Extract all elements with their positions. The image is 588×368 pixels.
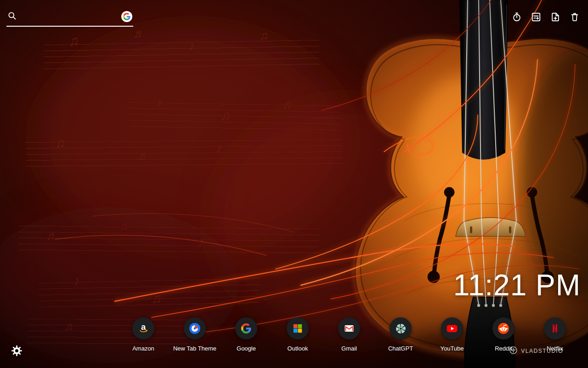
clock: 11:21 PM [453, 268, 581, 302]
youtube-icon [441, 317, 463, 339]
search-bar[interactable] [6, 9, 133, 27]
shortcut-amazon[interactable]: a Amazon [118, 317, 169, 352]
shortcut-chatgpt[interactable]: ChatGPT [375, 317, 426, 352]
shortcut-label: New Tab Theme [173, 345, 216, 352]
shortcut-label: Google [237, 345, 256, 352]
reddit-icon [492, 317, 514, 339]
shortcut-label: Outlook [288, 345, 308, 352]
shortcut-label: Amazon [132, 345, 154, 352]
svg-text:a: a [141, 322, 146, 332]
settings-gear-button[interactable] [11, 345, 23, 358]
outlook-icon [287, 317, 309, 339]
shortcut-label: Gmail [341, 345, 357, 352]
customize-shortcuts-icon[interactable] [530, 11, 542, 23]
vladstudio-watermark: VLADSTUDIO [509, 346, 563, 356]
amazon-icon: a [132, 317, 154, 339]
shortcut-youtube[interactable]: YouTube [426, 317, 478, 352]
watermark-text: VLADSTUDIO [521, 348, 563, 354]
gmail-icon [338, 317, 360, 339]
google-logo [121, 11, 132, 22]
add-shortcut-icon[interactable] [549, 11, 561, 23]
topbar-actions [511, 11, 581, 23]
violin-art [0, 0, 588, 368]
shortcut-label: ChatGPT [388, 345, 413, 352]
wallpaper: ♫ ♬ ♪ ♫ ♪ ♫ ♬ ♫ ♬ ♪ ♬ ♫ ♪ ♪ ♫ ♬ [0, 0, 588, 368]
trash-icon[interactable] [569, 11, 581, 23]
shortcut-gmail[interactable]: Gmail [323, 317, 375, 352]
google-icon [235, 317, 257, 339]
shortcut-label: YouTube [440, 345, 464, 352]
shortcut-outlook[interactable]: Outlook [272, 317, 323, 352]
chatgpt-icon [390, 317, 412, 339]
new-tab-theme-icon [184, 317, 206, 339]
search-icon [7, 11, 17, 22]
shortcut-new-tab-theme[interactable]: New Tab Theme [169, 317, 220, 352]
shortcut-google[interactable]: Google [220, 317, 272, 352]
netflix-icon [544, 317, 566, 339]
vladstudio-logo-icon [509, 346, 518, 356]
timer-icon[interactable] [511, 11, 523, 23]
search-input[interactable] [20, 12, 118, 21]
